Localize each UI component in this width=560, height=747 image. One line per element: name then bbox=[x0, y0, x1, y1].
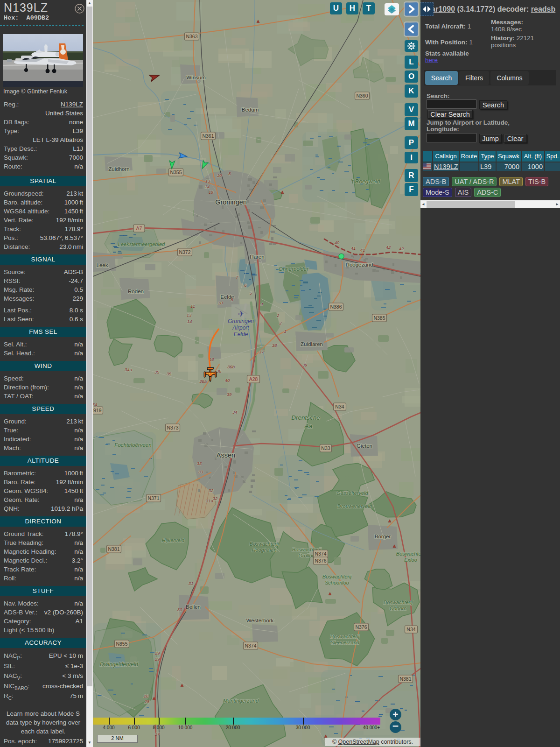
svg-text:Odoorn: Odoorn bbox=[390, 606, 407, 611]
svg-text:Zuidlaren: Zuidlaren bbox=[301, 341, 323, 347]
svg-text:29: 29 bbox=[154, 656, 160, 662]
svg-text:N386: N386 bbox=[330, 304, 342, 310]
svg-text:10: 10 bbox=[217, 173, 222, 178]
svg-text:32: 32 bbox=[209, 488, 214, 493]
svg-text:14: 14 bbox=[187, 319, 192, 324]
svg-text:Leekstermeergebied: Leekstermeergebied bbox=[118, 241, 165, 247]
svg-text:33: 33 bbox=[198, 469, 203, 474]
svg-text:Sleenerzand: Sleenerzand bbox=[330, 640, 360, 645]
svg-text:4: 4 bbox=[260, 302, 263, 307]
svg-text:6: 6 bbox=[244, 282, 247, 288]
svg-text:Assen: Assen bbox=[217, 451, 235, 459]
svg-text:40: 40 bbox=[335, 240, 340, 245]
svg-text:N363: N363 bbox=[186, 34, 197, 39]
svg-text:Fochteloërveen: Fochteloërveen bbox=[114, 442, 151, 448]
svg-text:Mantingerzand: Mantingerzand bbox=[223, 698, 259, 704]
svg-text:39: 39 bbox=[302, 362, 308, 367]
svg-text:N919: N919 bbox=[93, 408, 102, 413]
svg-text:N355: N355 bbox=[170, 169, 182, 175]
svg-text:34a: 34a bbox=[125, 367, 132, 372]
svg-text:Airport: Airport bbox=[232, 324, 249, 331]
svg-text:Leek: Leek bbox=[97, 262, 108, 268]
svg-text:29: 29 bbox=[154, 650, 160, 655]
svg-text:39: 39 bbox=[227, 392, 232, 397]
svg-text:Zuidhorn: Zuidhorn bbox=[108, 166, 129, 172]
svg-text:7: 7 bbox=[236, 275, 238, 280]
svg-text:Borger: Borger bbox=[375, 534, 391, 539]
svg-text:42: 42 bbox=[399, 246, 404, 251]
svg-text:42: 42 bbox=[386, 245, 391, 250]
svg-text:N372: N372 bbox=[179, 249, 190, 255]
svg-text:N381: N381 bbox=[399, 676, 411, 682]
svg-text:Eelde: Eelde bbox=[234, 331, 248, 338]
svg-text:N361: N361 bbox=[202, 133, 214, 139]
svg-text:Onnerpolder: Onnerpolder bbox=[279, 266, 309, 272]
svg-text:35: 35 bbox=[154, 369, 160, 374]
svg-text:Roden: Roden bbox=[128, 289, 144, 294]
svg-text:Bedum: Bedum bbox=[242, 107, 259, 113]
svg-text:N374: N374 bbox=[315, 551, 326, 557]
svg-text:N376: N376 bbox=[315, 558, 326, 564]
svg-text:27: 27 bbox=[154, 732, 160, 737]
svg-text:Westerbork: Westerbork bbox=[246, 618, 274, 623]
svg-text:11: 11 bbox=[190, 303, 195, 309]
svg-text:Drentsche: Drentsche bbox=[291, 414, 320, 421]
svg-text:Aa: Aa bbox=[304, 423, 313, 430]
svg-text:19: 19 bbox=[209, 190, 214, 195]
svg-text:13: 13 bbox=[187, 312, 192, 317]
svg-text:Boswachterij: Boswachterij bbox=[322, 574, 352, 579]
svg-text:Grolloo: Grolloo bbox=[298, 553, 315, 558]
svg-text:28: 28 bbox=[143, 693, 149, 698]
svg-text:A28: A28 bbox=[249, 376, 258, 382]
svg-text:32: 32 bbox=[213, 496, 218, 501]
svg-text:N385: N385 bbox=[373, 315, 385, 321]
svg-text:41: 41 bbox=[360, 247, 365, 253]
svg-text:N360: N360 bbox=[356, 93, 368, 99]
svg-text:Beilen: Beilen bbox=[186, 604, 201, 610]
svg-text:N33: N33 bbox=[321, 445, 330, 451]
svg-text:Boswachterij: Boswachterij bbox=[396, 551, 420, 557]
svg-text:N374: N374 bbox=[245, 643, 256, 648]
svg-text:36: 36 bbox=[217, 368, 222, 374]
svg-text:Hoogezand: Hoogezand bbox=[346, 262, 373, 268]
svg-text:'t Roegwold: 't Roegwold bbox=[351, 178, 380, 185]
svg-text:Exloo: Exloo bbox=[404, 557, 417, 563]
svg-text:36a: 36a bbox=[199, 379, 207, 384]
svg-text:N373: N373 bbox=[167, 425, 178, 430]
svg-text:41: 41 bbox=[351, 246, 356, 251]
svg-text:33: 33 bbox=[197, 461, 202, 466]
svg-text:37: 37 bbox=[259, 349, 264, 354]
svg-text:Winsum: Winsum bbox=[186, 75, 206, 80]
svg-text:Gasselterveld: Gasselterveld bbox=[336, 490, 368, 496]
svg-text:Dwingelderveld: Dwingelderveld bbox=[100, 661, 138, 668]
svg-text:Hooghalen: Hooghalen bbox=[252, 547, 276, 553]
svg-text:8: 8 bbox=[228, 171, 231, 176]
svg-text:2: 2 bbox=[279, 320, 282, 325]
svg-text:31a: 31a bbox=[206, 498, 213, 503]
svg-text:Boswachterij: Boswachterij bbox=[384, 599, 413, 605]
svg-text:35: 35 bbox=[167, 371, 172, 376]
svg-text:A7: A7 bbox=[136, 226, 142, 231]
svg-text:14: 14 bbox=[205, 184, 210, 189]
svg-text:30: 30 bbox=[177, 607, 182, 612]
svg-text:13: 13 bbox=[205, 178, 210, 183]
svg-text:31: 31 bbox=[189, 581, 194, 586]
svg-text:Schoonloo: Schoonloo bbox=[325, 580, 349, 585]
svg-text:N371: N371 bbox=[147, 495, 159, 501]
svg-text:34: 34 bbox=[93, 402, 97, 407]
svg-text:N34: N34 bbox=[335, 404, 344, 409]
svg-text:N34: N34 bbox=[406, 627, 415, 632]
svg-text:10: 10 bbox=[218, 300, 223, 305]
svg-text:38: 38 bbox=[272, 343, 277, 348]
svg-text:Gieten: Gieten bbox=[357, 443, 372, 449]
svg-text:8: 8 bbox=[231, 297, 233, 302]
svg-text:Boswachterij: Boswachterij bbox=[330, 634, 360, 639]
svg-text:1: 1 bbox=[284, 329, 286, 334]
svg-text:40: 40 bbox=[225, 378, 230, 383]
svg-text:2: 2 bbox=[276, 313, 280, 318]
svg-text:Groningen: Groningen bbox=[228, 318, 254, 324]
svg-text:Haren: Haren bbox=[250, 254, 264, 260]
svg-text:N376: N376 bbox=[355, 624, 367, 630]
svg-text:✈: ✈ bbox=[238, 310, 244, 318]
svg-text:5: 5 bbox=[249, 290, 252, 296]
